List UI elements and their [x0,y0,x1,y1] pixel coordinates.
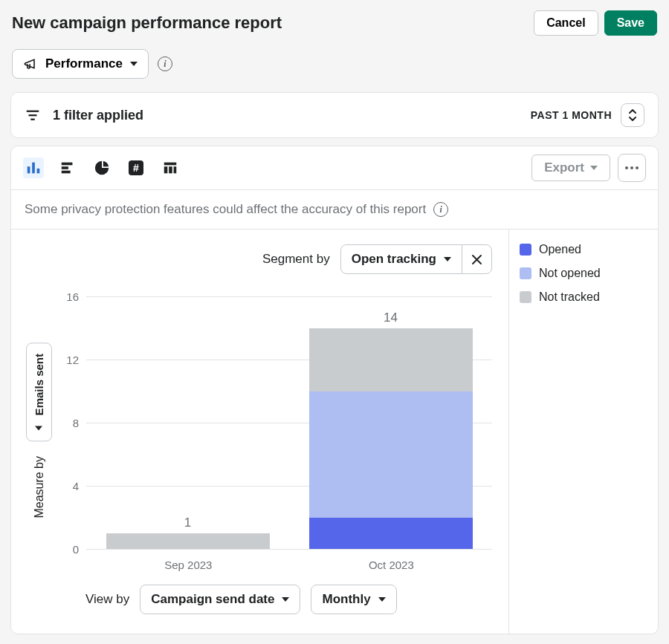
more-actions-button[interactable] [618,154,646,182]
bar-segment [106,533,270,549]
chevron-down-icon [590,166,598,170]
bar-segment [309,391,473,518]
chevron-down-icon [282,597,289,602]
x-metric-dropdown[interactable]: Campaign send date [140,585,300,614]
segment-by-label: Segment by [262,252,330,267]
svg-rect-5 [37,169,40,173]
y-metric-dropdown[interactable]: Emails sent [26,342,52,441]
report-type-dropdown[interactable]: Performance [12,49,149,79]
granularity-label: Monthly [322,592,370,607]
svg-rect-8 [62,171,71,174]
svg-text:#: # [133,162,139,174]
megaphone-icon [23,56,38,71]
segment-by-dropdown[interactable]: Open tracking [341,245,462,273]
segment-by-value: Open tracking [352,252,436,267]
y-metric-label: Emails sent [33,354,45,415]
svg-point-16 [630,166,633,169]
legend-item: Opened [520,243,647,256]
svg-rect-13 [169,166,172,173]
svg-rect-12 [164,166,168,173]
legend-label: Not tracked [539,290,600,304]
bar-chart: 0481216 114 Sep 2023Oct 2023 [56,289,500,571]
page-title: New campaign performance report [12,13,282,33]
y-tick-label: 4 [56,480,79,492]
legend-swatch [520,244,531,256]
chart-type-hbar-icon[interactable] [57,157,78,178]
segment-clear-button[interactable] [462,245,491,273]
info-icon[interactable]: i [433,202,448,217]
measure-by-label: Measure by [33,456,46,518]
x-tick-label: Sep 2023 [164,559,212,571]
bar-total-label: 1 [184,515,191,530]
chevron-down-icon [378,597,386,602]
date-range-label: PAST 1 MONTH [531,109,612,121]
svg-rect-0 [27,111,39,112]
chevron-down-icon [130,62,138,66]
bar-total-label: 14 [384,310,398,325]
cancel-button[interactable]: Cancel [534,10,598,36]
filter-icon[interactable] [25,107,41,123]
chart-type-pie-icon[interactable] [91,157,112,178]
export-button[interactable]: Export [531,155,610,181]
svg-point-17 [636,166,639,169]
y-tick-label: 0 [56,543,79,556]
chart-type-number-icon[interactable]: # [126,157,146,178]
legend-label: Not opened [539,267,601,280]
report-type-label: Performance [45,56,123,71]
bar-column: 14 [309,310,473,550]
chart-legend: OpenedNot openedNot tracked [509,230,658,634]
chevron-down-icon [444,257,451,261]
svg-rect-14 [174,166,177,173]
legend-item: Not opened [520,267,647,280]
svg-rect-11 [164,163,177,166]
bar-column: 1 [106,515,270,549]
chart-type-table-icon[interactable] [160,157,181,178]
chevron-icon [36,426,43,430]
svg-rect-6 [62,163,73,166]
date-range-stepper[interactable] [621,103,644,127]
svg-rect-4 [32,163,35,174]
chart-type-bar-icon[interactable] [23,157,44,178]
save-button[interactable]: Save [604,10,657,36]
view-by-label: View by [85,592,129,607]
svg-rect-2 [30,119,35,120]
info-icon[interactable]: i [158,56,172,71]
svg-point-15 [625,166,628,169]
granularity-dropdown[interactable]: Monthly [311,585,396,614]
privacy-notice-text: Some privacy protection features could a… [25,202,426,217]
legend-swatch [520,291,531,303]
export-label: Export [544,160,584,175]
legend-swatch [520,267,531,279]
y-tick-label: 8 [56,417,79,429]
svg-rect-7 [62,166,68,169]
legend-label: Opened [539,243,581,256]
x-tick-label: Oct 2023 [369,559,414,571]
filter-count-label: 1 filter applied [53,108,143,123]
y-tick-label: 16 [56,290,79,303]
svg-rect-3 [28,166,30,173]
svg-rect-1 [29,114,37,116]
bar-segment [309,328,473,391]
y-tick-label: 12 [56,354,79,366]
bar-segment [309,518,473,550]
legend-item: Not tracked [520,290,647,304]
x-metric-label: Campaign send date [151,592,274,607]
